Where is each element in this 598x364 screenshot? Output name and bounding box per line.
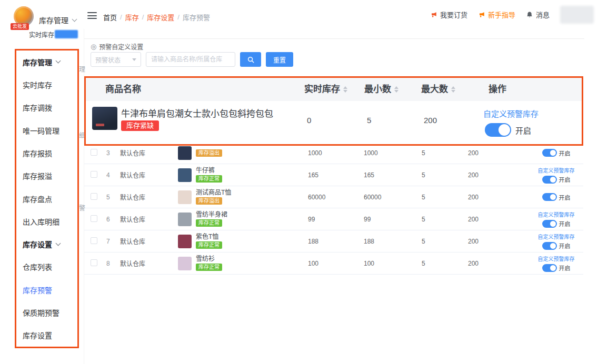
warning-toggle[interactable] <box>542 176 557 184</box>
sidebar-item-库存调拨[interactable]: 库存调拨 <box>16 96 77 119</box>
header-min-stock[interactable]: 最小数 <box>364 78 398 101</box>
blurred-user-area[interactable] <box>560 6 594 24</box>
reset-button[interactable]: 重置 <box>266 52 293 67</box>
search-input[interactable] <box>146 52 235 67</box>
header-product-name: 商品名称 <box>105 78 141 101</box>
sort-icon[interactable] <box>343 86 347 93</box>
row-checkbox[interactable] <box>91 171 97 178</box>
toggle-label: 开启 <box>559 175 571 184</box>
sidebar-item-保质期预警[interactable]: 保质期预警 <box>16 301 77 323</box>
warning-toggle[interactable] <box>542 264 557 272</box>
custom-warning-link[interactable]: 自定义预警库存 <box>538 232 575 240</box>
realtime-stock-value: 99 <box>306 216 362 223</box>
order-link[interactable]: 我要订货 <box>430 9 467 19</box>
row-checkbox[interactable] <box>91 215 97 222</box>
table-header: 商品名称 实时库存 最小数 最大数 操作 <box>86 78 582 101</box>
sidebar-item-出入库明细[interactable]: 出入库明细 <box>16 210 77 232</box>
row-index: 6 <box>106 216 120 223</box>
row-checkbox[interactable] <box>91 237 97 244</box>
stock-status-badge: 库存紧缺 <box>121 120 159 131</box>
message-link[interactable]: 消息 <box>526 9 550 19</box>
breadcrumb-item[interactable]: 库存 <box>125 12 139 22</box>
search-button[interactable] <box>240 52 261 67</box>
available-stock-value: 1000 <box>362 149 420 157</box>
sidebar-item-label: 库存设置 <box>23 330 52 340</box>
warning-toggle[interactable] <box>542 193 557 201</box>
module-switcher[interactable]: 库存管理 <box>39 15 76 25</box>
available-stock-value: 165 <box>362 171 420 179</box>
custom-warning-link[interactable]: 自定义预警库存 <box>538 255 575 262</box>
header-max-stock[interactable]: 最大数 <box>421 78 455 101</box>
table-row: 8 默认仓库 雪纺衫 库存正常 100 100 5 200 自定义预警库存 开启 <box>84 252 583 275</box>
stock-status-badge: 库存正常 <box>196 264 222 271</box>
menu-toggle-icon[interactable] <box>87 12 97 19</box>
product-name: 牛仔裤 <box>196 167 222 174</box>
row-checkbox[interactable] <box>91 259 97 266</box>
sidebar-item-label: 库存预警 <box>23 285 52 295</box>
product-name: 雪纺衫 <box>196 256 222 262</box>
available-stock-value: 60000 <box>362 194 420 201</box>
max-stock-value: 200 <box>466 171 529 179</box>
custom-warning-link[interactable]: 自定义预警库存 <box>538 210 575 218</box>
toggle-label: 开启 <box>559 193 571 201</box>
min-stock-value: 5 <box>420 238 466 245</box>
min-stock-value: 5 <box>420 194 466 201</box>
sidebar-item-库存预警[interactable]: 库存预警 <box>16 278 77 301</box>
row-checkbox[interactable] <box>91 149 97 156</box>
sort-icon[interactable] <box>451 86 455 93</box>
sidebar-item-label: 库存报损 <box>23 148 52 158</box>
sidebar-item-唯一码管理[interactable]: 唯一码管理 <box>16 119 77 141</box>
stock-status-badge: 库存正常 <box>196 219 222 227</box>
guide-link-label: 新手指导 <box>488 9 515 19</box>
stock-status-badge: 库存正常 <box>196 175 222 183</box>
product-thumbnail <box>178 168 192 182</box>
product-thumbnail <box>178 190 192 204</box>
module-title: 库存管理 <box>39 15 68 25</box>
warning-toggle[interactable] <box>485 123 511 137</box>
warehouse-name: 默认仓库 <box>120 259 171 268</box>
max-stock-value: 200 <box>466 149 529 157</box>
table-row: 5 默认仓库 测试商品T恤 库存溢出 60000 60000 5 200 开启 <box>84 186 583 208</box>
row-checkbox[interactable] <box>91 193 97 200</box>
max-stock-value: 200 <box>424 116 437 125</box>
header-divider <box>84 38 584 39</box>
sidebar-item-库存报损[interactable]: 库存报损 <box>16 141 77 164</box>
sidebar-item-实时库存[interactable]: 实时库存 <box>16 73 77 96</box>
sidebar-group-库存设置[interactable]: 库存设置 <box>16 233 77 256</box>
warehouse-name: 默认仓库 <box>120 215 171 224</box>
available-stock-value: 100 <box>362 260 420 267</box>
warning-toggle[interactable] <box>542 149 557 157</box>
breadcrumb-item[interactable]: 库存设置 <box>147 12 174 22</box>
highlighted-table-section: 商品名称 实时库存 最小数 最大数 操作 牛津布单肩包潮女士款小包包斜挎包包 库… <box>84 76 583 146</box>
available-stock-value: 99 <box>362 216 420 223</box>
sidebar-item-库存盘点[interactable]: 库存盘点 <box>16 187 77 210</box>
settings-icon: ◎ <box>91 43 96 50</box>
table-row: 7 默认仓库 紫色T恤 库存正常 188 188 5 200 自定义预警库存 开… <box>84 230 583 252</box>
warning-toggle[interactable] <box>542 220 557 228</box>
custom-warning-link[interactable]: 自定义预警库存 <box>538 166 575 174</box>
sidebar-item-仓库列表[interactable]: 仓库列表 <box>16 256 77 278</box>
guide-link[interactable]: 新手指导 <box>478 9 515 19</box>
max-stock-value: 200 <box>466 216 529 223</box>
table-row: 6 默认仓库 雪纺半身裙 库存正常 99 99 5 200 自定义预警库存 开启 <box>84 208 583 230</box>
breadcrumb-item[interactable]: 首页 <box>103 12 117 22</box>
row-index: 5 <box>106 194 120 201</box>
sidebar-item-库存报溢[interactable]: 库存报溢 <box>16 165 77 187</box>
sidebar-item-label: 实时库存 <box>23 79 52 90</box>
header-realtime-stock[interactable]: 实时库存 <box>304 78 347 101</box>
custom-warning-link[interactable]: 自定义预警库存 <box>483 108 539 119</box>
min-stock-value: 5 <box>420 216 466 223</box>
row-index: 7 <box>106 238 120 245</box>
breadcrumb-separator: / <box>177 13 180 21</box>
warning-toggle[interactable] <box>542 242 557 250</box>
app-version-tag: 云批发 <box>11 23 29 30</box>
sidebar-item-库存设置[interactable]: 库存设置 <box>16 324 77 347</box>
product-thumbnail <box>92 107 117 130</box>
min-stock-value: 5 <box>367 116 371 125</box>
sidebar-item-label: 出入库明细 <box>23 216 59 227</box>
sidebar-group-库存管理[interactable]: 库存管理 <box>16 50 77 73</box>
stock-status-badge: 库存溢出 <box>196 197 222 205</box>
status-filter-select[interactable]: 预警状态 <box>91 52 141 67</box>
sort-icon[interactable] <box>394 86 398 93</box>
header-actions: 操作 <box>489 78 506 101</box>
